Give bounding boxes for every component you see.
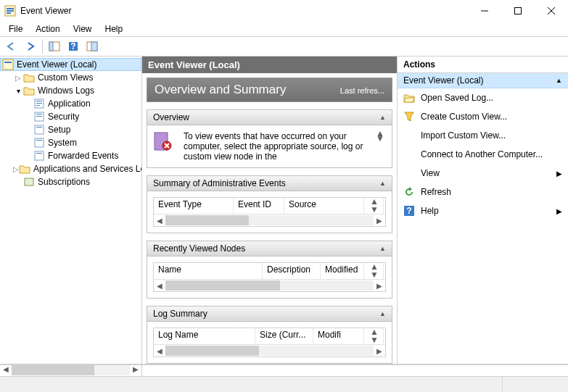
menu-help[interactable]: Help — [99, 22, 129, 36]
main-area: Event Viewer (Local) ▷ Custom Views ▾ Wi… — [0, 57, 568, 364]
log-icon — [33, 137, 45, 149]
center-body: Overview and Summary Last refres... Over… — [142, 73, 397, 364]
tree-label: Application — [48, 99, 91, 109]
col-size[interactable]: Size (Curr... — [255, 328, 313, 344]
scroll-left-icon[interactable]: ◀ — [154, 282, 165, 290]
tree-app-services[interactable]: ▷ Applications and Services Lo — [0, 162, 141, 175]
show-hide-tree-button[interactable] — [46, 38, 63, 54]
menu-action[interactable]: Action — [30, 22, 65, 36]
tree-log-security[interactable]: Security — [0, 110, 141, 123]
col-description[interactable]: Description — [263, 263, 321, 279]
section-header[interactable]: Recently Viewed Nodes ▲ — [147, 241, 392, 257]
filter-icon — [403, 111, 415, 122]
action-label: Help — [421, 206, 439, 216]
expand-icon[interactable]: ▷ — [13, 72, 23, 83]
h-scrollbar[interactable]: ◀ ▶ — [154, 280, 385, 291]
section-overview: Overview ▲ To view events that have occu… — [147, 109, 392, 168]
svg-rect-25 — [35, 138, 44, 147]
tree-log-setup[interactable]: Setup — [0, 123, 141, 136]
tree-log-forwarded[interactable]: Forwarded Events — [0, 149, 141, 162]
svg-rect-2 — [7, 10, 14, 12]
col-modified[interactable]: Modifi — [313, 328, 364, 344]
section-header[interactable]: Overview ▲ — [147, 110, 392, 125]
scroll-left-icon[interactable]: ◀ — [0, 365, 12, 376]
submenu-arrow-icon: ▶ — [556, 207, 562, 215]
action-label: View — [421, 168, 440, 178]
actions-context[interactable]: Event Viewer (Local) ▲ — [398, 73, 568, 88]
scroll-right-icon[interactable]: ▶ — [374, 217, 385, 225]
action-open-saved-log[interactable]: Open Saved Log... — [398, 88, 568, 107]
tree-log-system[interactable]: System — [0, 136, 141, 149]
action-connect[interactable]: Connect to Another Computer... — [398, 145, 568, 164]
col-log-name[interactable]: Log Name — [154, 328, 255, 344]
svg-rect-1 — [7, 8, 14, 9]
collapse-icon[interactable]: ▲ — [379, 245, 386, 252]
spacer — [13, 177, 23, 187]
folder-icon — [19, 163, 30, 175]
action-create-custom-view[interactable]: Create Custom View... — [398, 107, 568, 126]
col-event-type[interactable]: Event Type — [154, 198, 234, 214]
col-source[interactable]: Source — [284, 198, 364, 214]
blank-icon — [403, 167, 415, 179]
section-header[interactable]: Log Summary ▲ — [147, 306, 392, 322]
svg-rect-23 — [35, 125, 44, 134]
action-label: Create Custom View... — [421, 112, 507, 122]
logsum-table[interactable]: Log Name Size (Curr... Modifi ▲▼ ◀ ▶ — [153, 328, 386, 357]
help-button[interactable]: ? — [65, 38, 82, 54]
properties-button[interactable] — [83, 38, 101, 54]
scroll-right-icon[interactable]: ▶ — [130, 365, 141, 376]
banner-title: Overview and Summary — [155, 83, 286, 97]
collapse-icon[interactable]: ▲ — [379, 114, 386, 121]
tree-label: Subscriptions — [38, 177, 90, 187]
subscriptions-icon — [23, 176, 35, 188]
tree-label: Forwarded Events — [48, 151, 118, 161]
svg-rect-24 — [36, 127, 42, 128]
chevron-up-icon[interactable]: ▲ — [556, 77, 562, 84]
tree-subscriptions[interactable]: Subscriptions — [0, 175, 141, 188]
back-button[interactable] — [3, 38, 20, 54]
scroll-right-icon[interactable]: ▶ — [374, 282, 385, 290]
menu-view[interactable]: View — [67, 22, 98, 36]
scroll-updown[interactable]: ▲▼ — [374, 131, 386, 141]
minimize-button[interactable] — [468, 0, 501, 22]
tree-label: Applications and Services Lo — [33, 164, 142, 174]
action-import-custom-view[interactable]: Import Custom View... — [398, 126, 568, 145]
action-help[interactable]: ? Help ▶ — [398, 201, 568, 220]
scroll-left-icon[interactable]: ◀ — [154, 217, 165, 225]
overview-banner: Overview and Summary Last refres... — [147, 78, 392, 102]
h-scrollbar[interactable]: ◀ ▶ — [154, 214, 385, 226]
col-modified[interactable]: Modified — [321, 263, 364, 279]
tree-log-application[interactable]: Application — [0, 97, 141, 110]
scroll-updown[interactable]: ▲▼ — [364, 263, 385, 279]
forward-button[interactable] — [22, 38, 39, 54]
tree-h-scrollbar[interactable]: ◀ ▶ — [0, 364, 568, 376]
tree-root[interactable]: Event Viewer (Local) — [0, 58, 141, 71]
h-scrollbar[interactable]: ◀ ▶ — [154, 345, 385, 356]
scroll-updown[interactable]: ▲▼ — [364, 198, 385, 214]
overview-icon — [153, 131, 173, 151]
tree-windows-logs[interactable]: ▾ Windows Logs — [0, 84, 141, 97]
maximize-button[interactable] — [501, 0, 535, 22]
collapse-icon[interactable]: ▲ — [379, 310, 386, 317]
expand-icon[interactable]: ▷ — [13, 164, 19, 174]
collapse-icon[interactable]: ▲ — [379, 180, 386, 187]
svg-rect-29 — [25, 178, 33, 185]
window-title: Event Viewer — [20, 6, 468, 16]
scroll-left-icon[interactable]: ◀ — [154, 347, 165, 355]
action-label: Open Saved Log... — [421, 93, 493, 103]
action-refresh[interactable]: Refresh — [398, 183, 568, 201]
section-header[interactable]: Summary of Administrative Events ▲ — [147, 176, 392, 191]
col-event-id[interactable]: Event ID — [234, 198, 284, 214]
summary-table[interactable]: Event Type Event ID Source ▲▼ ◀ ▶ — [153, 197, 386, 227]
scroll-right-icon[interactable]: ▶ — [374, 347, 385, 355]
banner-subtitle: Last refres... — [340, 86, 384, 95]
col-name[interactable]: Name — [154, 263, 263, 279]
tree-custom-views[interactable]: ▷ Custom Views — [0, 71, 141, 84]
scroll-updown[interactable]: ▲▼ — [364, 328, 385, 344]
action-view[interactable]: View ▶ — [398, 164, 568, 183]
navigation-tree[interactable]: Event Viewer (Local) ▷ Custom Views ▾ Wi… — [0, 57, 142, 364]
close-button[interactable] — [535, 0, 568, 22]
menu-file[interactable]: File — [3, 22, 28, 36]
recent-table[interactable]: Name Description Modified ▲▼ ◀ ▶ — [153, 262, 386, 292]
collapse-icon[interactable]: ▾ — [13, 86, 23, 96]
